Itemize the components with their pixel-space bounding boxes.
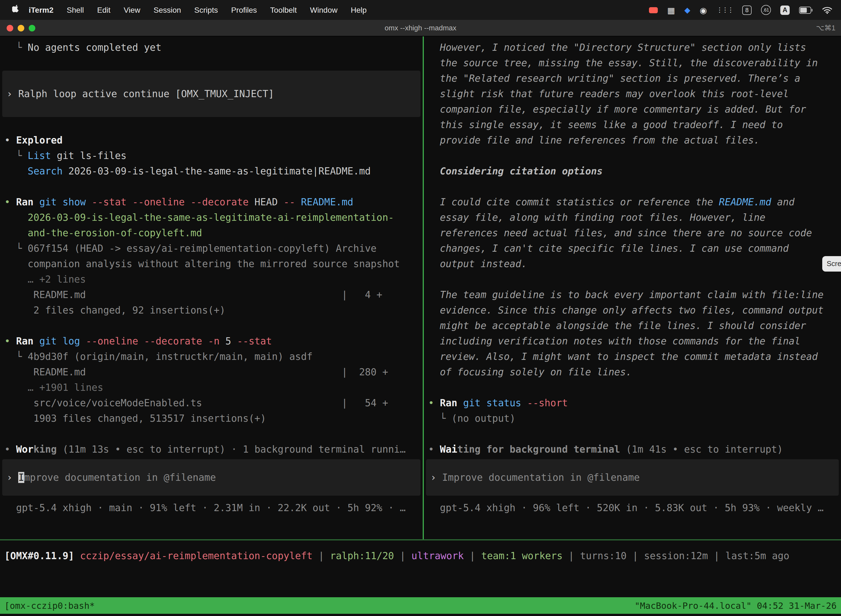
dark-app-icon[interactable]: ◉ [700, 6, 707, 14]
screen: iTerm2 Shell Edit View Session Scripts P… [0, 0, 841, 616]
agent-scrollback: However, I noticed the "Directory Struct… [428, 40, 841, 457]
apple-icon [12, 5, 19, 13]
screen-recording-indicator-icon[interactable] [649, 7, 658, 13]
ralph-loop-banner: › Ralph loop active continue [OMX_TMUX_I… [2, 70, 420, 117]
terminal-line: … +2 lines [4, 271, 423, 287]
menu-item-edit[interactable]: Edit [91, 6, 117, 14]
battery-gauge-icon[interactable]: .61 [761, 5, 771, 15]
terminal-line: › Improve documentation in @filename [431, 470, 839, 485]
menu-bar-status-icons: ▦ ◆ ◉ ⋮⋮⋮ 8 .61 A [649, 5, 835, 15]
screen-overlay-button[interactable]: Scre [822, 256, 841, 271]
terminal-line: › Improve documentation in @filename [7, 470, 420, 485]
terminal-line: └ (no output) [428, 411, 841, 426]
menu-item-help[interactable]: Help [344, 6, 373, 14]
tmux-pane-divider-horizontal[interactable] [0, 539, 841, 540]
terminal-line: └ 4b9d30f (origin/main, instructkr/main,… [4, 349, 423, 364]
terminal-line: src/voice/voiceModeEnabled.ts | 54 + [4, 395, 423, 411]
terminal-line: README.md | 280 + [4, 364, 423, 380]
battery-icon[interactable] [799, 6, 813, 13]
tmux-pane-left[interactable]: └ No agents completed yet › Ralph loop a… [0, 37, 423, 539]
terminal-line: The team guideline is to back every impo… [428, 287, 841, 302]
terminal-line: [OMX#0.11.9] cczip/essay/ai-reimplementa… [4, 548, 841, 563]
window-title-bar[interactable]: omx --xhigh --madmax ⌥⌘1 [0, 20, 841, 37]
terminal-line [428, 271, 841, 287]
bento-grid-icon[interactable]: ▦ [667, 6, 675, 14]
terminal-line: this single essay, it seems like a good … [428, 117, 841, 132]
terminal-line: gpt-5.4 xhigh · main · 91% left · 2.31M … [4, 500, 420, 516]
macos-menu-bar: iTerm2 Shell Edit View Session Scripts P… [0, 0, 841, 20]
terminal[interactable]: └ No agents completed yet › Ralph loop a… [0, 37, 841, 616]
terminal-line: Search 2026-03-09-is-legal-the-same-as-l… [4, 163, 423, 179]
minimize-button[interactable] [18, 25, 24, 31]
menu-item-toolbelt[interactable]: Toolbelt [264, 6, 303, 14]
terminal-line: • Waiting for background terminal (1m 41… [428, 441, 841, 457]
dots-grid-icon[interactable]: ⋮⋮⋮ [716, 6, 733, 14]
prompt-input-left[interactable]: › Improve documentation in @filename [2, 459, 420, 496]
blue-app-icon[interactable]: ◆ [684, 6, 690, 14]
terminal-line: the source tree, missing the essay. Stil… [428, 55, 841, 70]
terminal-line [4, 117, 423, 132]
tmux-window-shortcut-badge: ⌥⌘1 [816, 24, 841, 32]
tmux-session-label[interactable]: [omx-cczip0:bash* [4, 600, 95, 611]
tmux-host-clock: "MacBook-Pro-44.local" 04:52 31-Mar-26 [634, 600, 837, 611]
zoom-button[interactable] [29, 25, 35, 31]
close-button[interactable] [7, 25, 13, 31]
terminal-line: provide file and line references from th… [428, 132, 841, 148]
tmux-status-bar: [omx-cczip0:bash* "MacBook-Pro-44.local"… [0, 597, 841, 614]
terminal-line [4, 179, 423, 194]
terminal-line: Considering citation options [428, 163, 841, 179]
menu-item-view[interactable]: View [117, 6, 147, 14]
terminal-line: I could cite commit statistics or refere… [428, 194, 841, 210]
terminal-line: companion analysis without altering the … [4, 256, 423, 271]
terminal-line: essay file, along with finding root file… [428, 210, 841, 225]
terminal-line: changes, I can't cite specific file line… [428, 241, 841, 256]
terminal-line: evidence. Since this change only affects… [428, 302, 841, 318]
terminal-line [428, 179, 841, 194]
agent-scrollback-top: └ No agents completed yet [4, 40, 423, 70]
apple-menu[interactable] [6, 5, 22, 15]
terminal-line: 1903 files changed, 513517 insertions(+) [4, 411, 423, 426]
terminal-line: └ List git ls-files [4, 148, 423, 163]
terminal-line: └ 067f154 (HEAD -> essay/ai-reimplementa… [4, 241, 423, 256]
terminal-line [4, 55, 423, 70]
terminal-line [4, 426, 423, 441]
terminal-line: might be acceptable alongside the file l… [428, 318, 841, 333]
terminal-line: • Working (11m 13s • esc to interrupt) ·… [4, 441, 423, 457]
menu-item-window[interactable]: Window [303, 6, 344, 14]
menu-item-shell[interactable]: Shell [60, 6, 91, 14]
terminal-line: of focusing solely on file lines. [428, 364, 841, 380]
agent-scrollback: • Explored └ List git ls-files Search 20… [4, 117, 423, 457]
terminal-line: However, I noticed the "Directory Struct… [428, 40, 841, 55]
terminal-line: review. Also, I might want to inspect th… [428, 349, 841, 364]
terminal-line: output instead. [428, 256, 841, 271]
wifi-icon[interactable] [822, 6, 832, 13]
terminal-line: … +1901 lines [4, 380, 423, 395]
terminal-line: README.md | 4 + [4, 287, 423, 302]
menu-item-iterm2[interactable]: iTerm2 [22, 6, 60, 14]
prompt-input-right[interactable]: › Improve documentation in @filename [426, 459, 839, 496]
omx-status-line: [OMX#0.11.9] cczip/essay/ai-reimplementa… [4, 548, 841, 563]
terminal-line: 2 files changed, 92 insertions(+) [4, 302, 423, 318]
terminal-line: • Ran git log --oneline --decorate -n 5 … [4, 333, 423, 349]
terminal-line [428, 148, 841, 163]
terminal-line: companion file, especially if more comme… [428, 101, 841, 117]
traffic-lights [0, 25, 35, 31]
menu-item-session[interactable]: Session [147, 6, 188, 14]
tmux-pane-right[interactable]: However, I noticed the "Directory Struct… [424, 37, 841, 539]
model-status-left: gpt-5.4 xhigh · main · 91% left · 2.31M … [4, 500, 420, 516]
key-8-icon[interactable]: 8 [742, 5, 752, 15]
terminal-line [428, 380, 841, 395]
terminal-line: └ No agents completed yet [4, 40, 423, 55]
terminal-line: • Explored [4, 132, 423, 148]
terminal-line [428, 426, 841, 441]
menu-item-profiles[interactable]: Profiles [224, 6, 264, 14]
terminal-line: slight risk that future readers may over… [428, 86, 841, 101]
terminal-line: gpt-5.4 xhigh · 96% left · 520K in · 5.8… [428, 500, 839, 516]
menu-item-scripts[interactable]: Scripts [188, 6, 224, 14]
terminal-line: • Ran git show --stat --oneline --decora… [4, 194, 423, 210]
terminal-line: 2026-03-09-is-legal-the-same-as-legitima… [4, 210, 423, 225]
terminal-line: and-the-erosion-of-copyleft.md [4, 225, 423, 241]
terminal-line: the "Related research writing" section i… [428, 70, 841, 86]
input-source-icon[interactable]: A [780, 5, 790, 15]
terminal-line: › Ralph loop active continue [OMX_TMUX_I… [7, 86, 420, 101]
